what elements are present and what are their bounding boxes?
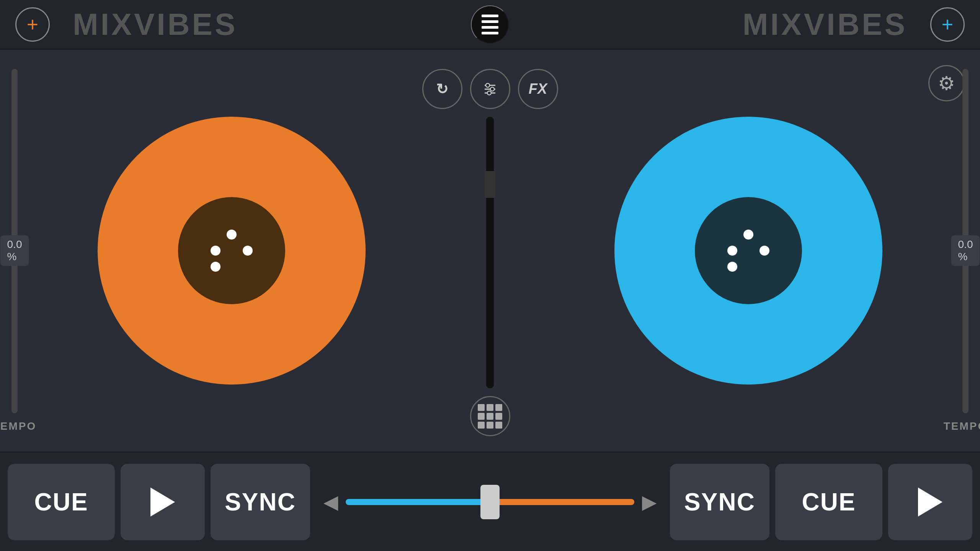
left-play-button[interactable]	[121, 464, 205, 540]
crossfader-track[interactable]	[346, 499, 634, 505]
turntable-center-right	[695, 197, 802, 304]
cf-arrow-right: ▶	[634, 491, 664, 513]
svg-point-4	[490, 87, 494, 91]
right-play-icon	[918, 487, 942, 517]
eq-button[interactable]	[470, 69, 510, 109]
crossfader-right-fill	[490, 499, 634, 505]
crossfader-handle[interactable]	[480, 485, 500, 519]
add-right-button[interactable]: +	[930, 7, 965, 42]
center-panel: ↻ FX	[448, 50, 532, 452]
svg-point-5	[487, 91, 491, 95]
left-cue-button[interactable]: CUE	[8, 464, 115, 540]
top-bar: + MIXVIBES MIXVIBES +	[0, 0, 980, 50]
loop-button[interactable]: ↻	[422, 69, 462, 109]
tempo-value-right: 0.0 %	[951, 235, 980, 266]
tempo-label-left: TEMPO	[0, 420, 36, 432]
bottom-bar: CUE SYNC ◀ ▶ SYNC CUE	[0, 452, 980, 551]
add-left-button[interactable]: +	[15, 7, 50, 42]
main-area: ⚙ 0.0 % TEMPO	[0, 50, 980, 452]
dots-right	[720, 222, 777, 279]
svg-point-3	[486, 83, 490, 87]
tempo-label-right: TEMPO	[944, 420, 980, 432]
top-bar-right: MIXVIBES +	[509, 7, 965, 42]
loop-icon: ↻	[436, 81, 448, 98]
right-sync-button[interactable]: SYNC	[670, 464, 769, 540]
crossfader-left-fill	[346, 499, 490, 505]
cf-arrow-left: ◀	[316, 491, 346, 513]
tempo-value-left: 0.0 %	[0, 235, 29, 266]
left-play-icon	[150, 487, 175, 517]
eq-icon	[482, 81, 498, 98]
grid-button[interactable]	[470, 396, 510, 436]
tempo-slider-left[interactable]: 0.0 % TEMPO	[11, 69, 18, 432]
menu-icon	[482, 15, 498, 34]
left-sync-button[interactable]: SYNC	[211, 464, 310, 540]
right-cue-button[interactable]: CUE	[775, 464, 882, 540]
right-deck-title: MIXVIBES	[743, 7, 907, 42]
deck-left: 0.0 % TEMPO	[0, 50, 448, 452]
top-bar-center	[471, 5, 509, 44]
tempo-slider-right[interactable]: 0.0 % TEMPO	[962, 69, 969, 432]
right-play-button[interactable]	[888, 464, 972, 540]
turntable-right[interactable]	[614, 117, 882, 385]
top-bar-left: + MIXVIBES	[15, 7, 471, 42]
vertical-fader[interactable]	[486, 117, 494, 388]
turntable-left[interactable]	[98, 117, 366, 385]
menu-button[interactable]	[471, 5, 509, 44]
dots-left	[203, 222, 260, 279]
left-deck-title: MIXVIBES	[73, 7, 237, 42]
grid-icon	[478, 404, 502, 429]
turntable-center-left	[178, 197, 285, 304]
deck-right: 0.0 % TEMPO	[532, 50, 980, 452]
crossfader[interactable]: ◀ ▶	[316, 491, 664, 513]
vertical-fader-handle[interactable]	[484, 171, 496, 198]
